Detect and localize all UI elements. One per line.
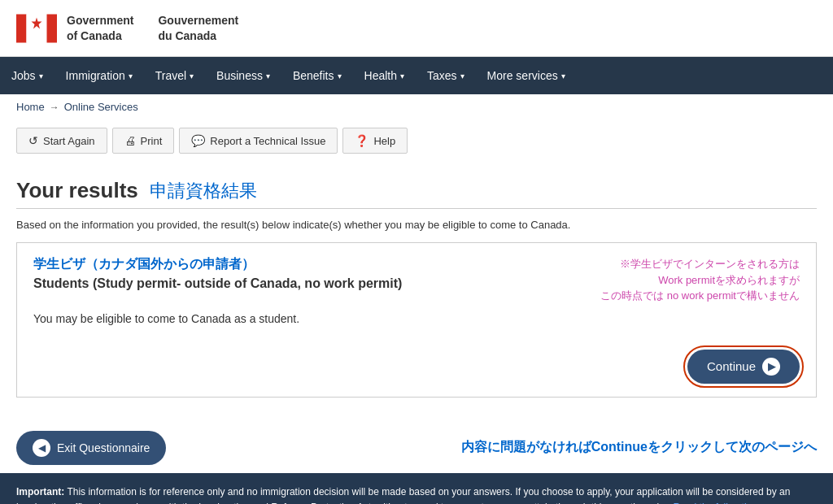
gov-fr-line1: Gouvernement [158,13,238,28]
print-label: Print [141,135,163,147]
nav-taxes[interactable]: Taxes ▾ [416,57,476,94]
results-subtitle: Based on the information you provided, t… [16,219,817,231]
exit-icon: ◀ [33,439,50,457]
important-notice: Important: This information is for refer… [0,473,833,505]
nav-benefits-label: Benefits [293,69,334,82]
nav-immigration[interactable]: Immigration ▾ [55,57,144,94]
breadcrumb-separator: → [50,102,59,113]
gov-en-line1: Government [67,13,133,28]
report-label: Report a Technical Issue [210,135,325,147]
continue-label: Continue [707,359,756,373]
nav-jobs[interactable]: Jobs ▾ [0,57,55,94]
government-name: Government of Canada Gouvernement du Can… [67,13,238,42]
results-heading: Your results 申請資格結果 [16,178,817,203]
result-card-header: 学生ビザ（カナダ国外からの申請者） Students (Study permit… [33,256,800,304]
nav-business-chevron: ▾ [266,72,270,80]
help-button[interactable]: ❓ Help [342,128,408,154]
result-card-note: ※学生ビザでインターンをされる方は Work permitを求められますが この… [600,256,800,304]
gov-fr-line2: du Canada [158,28,238,43]
bottom-instruction: 内容に問題がなければContinueをクリックして次のページへ [461,439,817,456]
result-card-title-en: Students (Study permit- outside of Canad… [33,276,600,291]
print-icon: 🖨 [124,134,136,147]
result-card-footer: Continue ▶ [33,350,800,384]
toolbar: ↺ Start Again 🖨 Print 💬 Report a Technic… [0,119,833,166]
nav-more-services[interactable]: More services ▾ [476,57,577,94]
nav-travel-label: Travel [155,69,186,82]
nav-more-services-chevron: ▾ [561,72,565,80]
print-button[interactable]: 🖨 Print [112,128,175,154]
nav-taxes-label: Taxes [427,69,457,82]
gov-en-line2: of Canada [67,28,133,43]
start-again-label: Start Again [43,135,95,147]
nav-more-services-label: More services [487,69,558,82]
nav-immigration-chevron: ▾ [129,72,133,80]
result-card-note-line2: Work permitを求められますが [658,274,800,286]
gov-header: Government of Canada Gouvernement du Can… [0,0,833,57]
results-heading-jp: 申請資格結果 [150,179,257,203]
nav-taxes-chevron: ▾ [460,72,464,80]
nav-benefits-chevron: ▾ [338,72,342,80]
help-label: Help [373,135,395,147]
result-card-title-jp: 学生ビザ（カナダ国外からの申請者） [33,256,600,273]
canada-flag-logo [16,12,57,45]
important-label: Important: [16,486,64,497]
report-icon: 💬 [191,134,205,147]
breadcrumb-home[interactable]: Home [16,101,45,113]
main-nav: Jobs ▾ Immigration ▾ Travel ▾ Business ▾… [0,57,833,94]
nav-health[interactable]: Health ▾ [353,57,416,94]
start-again-icon: ↺ [28,134,38,147]
results-divider [16,208,817,209]
nav-business[interactable]: Business ▾ [205,57,281,94]
nav-business-label: Business [216,69,263,82]
nav-jobs-chevron: ▾ [39,72,43,80]
nav-health-label: Health [364,69,397,82]
nav-benefits[interactable]: Benefits ▾ [281,57,353,94]
result-card-note-line3: この時点では no work permitで構いません [600,289,800,302]
nav-health-chevron: ▾ [400,72,404,80]
svg-rect-2 [47,14,58,42]
exit-label: Exit Questionnaire [57,441,150,454]
report-button[interactable]: 💬 Report a Technical Issue [179,128,338,154]
breadcrumb: Home → Online Services [0,94,833,119]
help-icon: ❓ [355,134,369,147]
result-card-titles: 学生ビザ（カナダ国外からの申請者） Students (Study permit… [33,256,600,291]
continue-button[interactable]: Continue ▶ [687,350,800,384]
bottom-bar: ◀ Exit Questionnaire 内容に問題がなければContinueを… [0,423,833,473]
exit-questionnaire-button[interactable]: ◀ Exit Questionnaire [16,431,166,465]
results-heading-en: Your results [16,178,138,203]
breadcrumb-online-services[interactable]: Online Services [64,101,138,113]
result-card-body: You may be eligible to come to Canada as… [33,312,800,325]
nav-jobs-label: Jobs [11,69,36,82]
result-card: 学生ビザ（カナダ国外からの申請者） Students (Study permit… [16,242,817,398]
nav-travel[interactable]: Travel ▾ [144,57,205,94]
continue-arrow-icon: ▶ [762,358,780,376]
nav-immigration-label: Immigration [66,69,125,82]
main-content: Your results 申請資格結果 Based on the informa… [0,166,833,423]
nav-travel-chevron: ▾ [190,72,194,80]
svg-rect-0 [16,14,27,42]
start-again-button[interactable]: ↺ Start Again [16,128,107,154]
result-card-note-line1: ※学生ビザでインターンをされる方は [620,258,800,270]
